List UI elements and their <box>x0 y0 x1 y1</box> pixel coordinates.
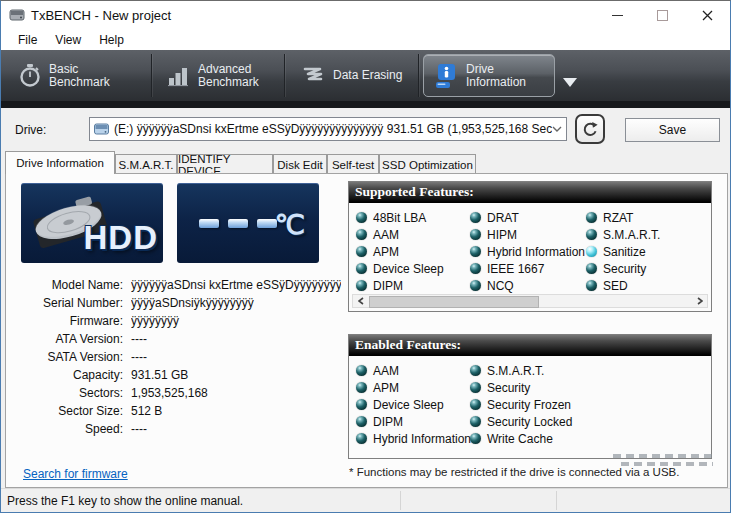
drive-select-value: (E:) ÿÿÿÿÿÿaSDnsi kxErtme eSSÿDÿÿÿÿÿÿÿÿÿ… <box>114 122 552 136</box>
toolbar-button-label: Data Erasing <box>333 69 402 82</box>
feature-orb-icon <box>470 229 481 240</box>
data-erasing-button[interactable]: Data Erasing <box>291 54 415 97</box>
tab-ssd-optimization[interactable]: SSD Optimization <box>379 154 476 174</box>
drive-icon <box>94 123 109 135</box>
feature-orb-icon <box>356 246 367 257</box>
search-for-firmware-link[interactable]: Search for firmware <box>23 467 128 481</box>
status-message: Press the F1 key to show the online manu… <box>7 494 243 508</box>
tab-identify-device[interactable]: IDENTIFY DEVICE <box>177 154 273 174</box>
feature-item: SED <box>586 277 660 294</box>
drive-label: Drive: <box>15 123 46 137</box>
tab-strip: Drive Information S.M.A.R.T. IDENTIFY DE… <box>5 151 728 173</box>
close-icon[interactable] <box>685 1 730 29</box>
hdd-image-tile: HDD <box>21 183 163 263</box>
feature-orb-icon <box>470 399 481 410</box>
supported-features-box: Supported Features: 48Bit LBA AAM APM De… <box>348 181 712 312</box>
title-bar: TxBENCH - New project <box>1 1 730 29</box>
info-row: SATA Version:---- <box>1 350 341 366</box>
feature-orb-icon <box>470 433 481 444</box>
toolbar-button-label: BasicBenchmark <box>49 63 110 89</box>
feature-item: APM <box>356 379 471 396</box>
feature-item: HIPM <box>470 226 585 243</box>
feature-item: APM <box>356 243 444 260</box>
tab-self-test[interactable]: Self-test <box>327 154 379 174</box>
menu-help[interactable]: Help <box>90 31 133 49</box>
feature-item: Security Locked <box>470 413 572 430</box>
advanced-benchmark-button[interactable]: AdvancedBenchmark <box>156 54 280 97</box>
info-row: ATA Version:---- <box>1 332 341 348</box>
save-button-label: Save <box>659 123 686 137</box>
feature-orb-icon <box>356 280 367 291</box>
tab-drive-information[interactable]: Drive Information <box>5 151 115 174</box>
scrollbar-thumb[interactable] <box>369 296 539 308</box>
info-row: Serial Number:ÿÿÿÿaSDnsiÿkÿÿÿÿÿÿÿÿ <box>1 296 341 312</box>
usb-restriction-footnote: * Functions may be restricted if the dri… <box>349 466 679 478</box>
enabled-features-box: Enabled Features: AAM APM Device Sleep D… <box>348 334 712 459</box>
feature-orb-icon <box>470 212 481 223</box>
feature-item: 48Bit LBA <box>356 209 444 226</box>
feature-item: Sanitize <box>586 243 660 260</box>
scroll-right-icon[interactable] <box>692 295 707 307</box>
field-value: 931.51 GB <box>131 368 341 382</box>
menu-view[interactable]: View <box>46 31 90 49</box>
drive-information-button[interactable]: DriveInformation <box>423 54 555 97</box>
feature-orb-icon <box>470 365 481 376</box>
feature-item: DIPM <box>356 277 444 294</box>
field-label: Sector Size: <box>21 404 123 418</box>
window-title: TxBENCH - New project <box>31 8 171 23</box>
hdd-tile-label: HDD <box>84 219 159 257</box>
field-label: Firmware: <box>21 314 123 328</box>
toolbar-button-label: AdvancedBenchmark <box>198 63 259 89</box>
refresh-icon <box>581 120 599 138</box>
menu-bar: File View Help <box>1 29 730 50</box>
field-label: Capacity: <box>21 368 123 382</box>
info-row: Firmware:ÿÿÿÿÿÿÿÿ <box>1 314 341 330</box>
feature-item: Security Frozen <box>470 396 572 413</box>
feature-orb-icon <box>356 365 367 376</box>
feature-orb-icon <box>356 433 367 444</box>
field-label: ATA Version: <box>21 332 123 346</box>
feature-item: DIPM <box>356 413 471 430</box>
field-value: ÿÿÿÿÿÿÿÿ <box>131 314 341 328</box>
tab-smart[interactable]: S.M.A.R.T. <box>115 154 177 174</box>
drive-select[interactable]: (E:) ÿÿÿÿÿÿaSDnsi kxErtme eSSÿDÿÿÿÿÿÿÿÿÿ… <box>89 117 567 141</box>
feature-item: S.M.A.R.T. <box>470 362 572 379</box>
feature-orb-icon <box>586 212 597 223</box>
basic-benchmark-button[interactable]: BasicBenchmark <box>9 54 147 97</box>
feature-item: NCQ <box>470 277 585 294</box>
scroll-left-icon[interactable] <box>353 295 368 307</box>
feature-item: RZAT <box>586 209 660 226</box>
hdd-app-icon <box>9 8 25 22</box>
feature-item: Device Sleep <box>356 260 444 277</box>
feature-orb-icon <box>470 416 481 427</box>
dropdown-arrow-icon[interactable] <box>563 78 577 87</box>
supported-features-header: Supported Features: <box>349 182 711 203</box>
tab-disk-edit[interactable]: Disk Edit <box>273 154 327 174</box>
feature-orb-icon <box>470 263 481 274</box>
info-row: Sector Size:512 B <box>1 404 341 420</box>
feature-item: Hybrid Information <box>470 243 585 260</box>
field-value: 512 B <box>131 404 341 418</box>
status-bar: Press the F1 key to show the online manu… <box>1 488 730 512</box>
main-toolbar: BasicBenchmark AdvancedBenchmark <box>1 50 730 101</box>
minimize-icon[interactable] <box>595 1 640 29</box>
celsius-unit: ℃ <box>275 209 305 241</box>
feature-orb-bright-icon <box>586 246 597 257</box>
menu-file[interactable]: File <box>9 31 46 49</box>
temperature-tile: ℃ <box>177 183 319 263</box>
save-button[interactable]: Save <box>625 118 720 142</box>
info-row: Speed:---- <box>1 422 341 438</box>
chevron-down-icon <box>552 126 562 132</box>
feature-item: Write Cache <box>470 430 572 447</box>
field-value: ---- <box>131 422 341 436</box>
maximize-icon[interactable] <box>640 1 685 29</box>
feature-orb-icon <box>586 263 597 274</box>
field-label: Sectors: <box>21 386 123 400</box>
temperature-value <box>199 219 277 228</box>
feature-orb-icon <box>470 280 481 291</box>
feature-orb-icon <box>356 382 367 393</box>
features-horizontal-scrollbar[interactable] <box>352 294 708 308</box>
bar-chart-icon <box>166 64 190 88</box>
feature-item: Security <box>470 379 572 396</box>
refresh-drives-button[interactable] <box>575 114 605 144</box>
